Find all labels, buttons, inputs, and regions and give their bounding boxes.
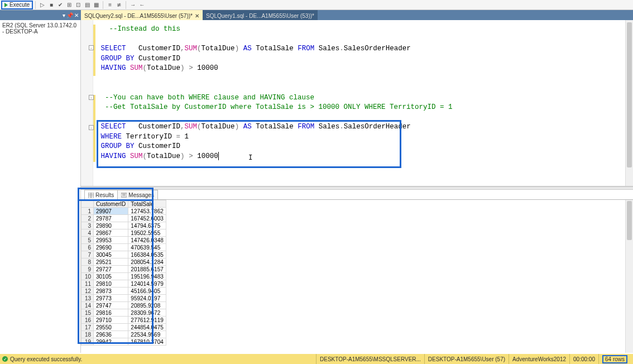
table-row[interactable]: 229787167452.6003 (81, 215, 166, 222)
estimated-plan-icon[interactable]: ⊞ (65, 1, 73, 9)
cell-customerid[interactable]: 29867 (94, 229, 128, 237)
results-scrollbar[interactable] (625, 200, 633, 353)
uncomment-icon[interactable]: ≢ (115, 1, 123, 9)
cell-customerid[interactable]: 29787 (94, 215, 128, 222)
cell-totalsale[interactable]: 28309.9672 (128, 309, 166, 317)
cell-totalsale[interactable]: 167810.3704 (128, 338, 166, 346)
table-row[interactable]: 629690470639.545 (81, 244, 166, 251)
results-grid[interactable]: CustomerIDTotalSale129907127453.78622297… (81, 200, 633, 353)
cell-totalsale[interactable]: 20895.9208 (128, 302, 166, 309)
table-row[interactable]: 1929942167810.3704 (81, 338, 166, 346)
execute-button[interactable]: Execute (1, 1, 33, 9)
stop-icon[interactable]: ■ (47, 1, 55, 9)
table-row[interactable]: 529953147426.0348 (81, 237, 166, 244)
cell-customerid[interactable]: 29690 (94, 244, 128, 251)
table-row[interactable]: 829521208054.1284 (81, 258, 166, 266)
cell-customerid[interactable]: 29810 (94, 280, 128, 288)
cell-totalsale[interactable]: 22534.9569 (128, 331, 166, 338)
cell-customerid[interactable]: 30105 (94, 273, 128, 280)
cell-totalsale[interactable]: 127453.7862 (128, 208, 166, 215)
scroll-thumb[interactable] (627, 201, 632, 240)
cell-customerid[interactable]: 29907 (94, 208, 128, 215)
cell-customerid[interactable]: 29521 (94, 258, 128, 266)
separator (35, 1, 36, 9)
results-grid-icon[interactable]: ▦ (92, 1, 100, 9)
sql-editor[interactable]: - - - --Instead do this SELECT CustomerI… (81, 20, 633, 186)
table-row[interactable]: 142974720895.9208 (81, 302, 166, 309)
collapse-icon[interactable]: - (89, 125, 94, 130)
cell-customerid[interactable]: 29747 (94, 302, 128, 309)
table-row[interactable]: 122987345166.9405 (81, 288, 166, 295)
table-row[interactable]: 1629710277612.9119 (81, 317, 166, 324)
comment-icon[interactable]: ≡ (106, 1, 114, 9)
alias: TotalSale (256, 123, 294, 131)
cell-customerid[interactable]: 29773 (94, 295, 128, 302)
cell-customerid[interactable]: 29942 (94, 338, 128, 346)
cell-totalsale[interactable]: 201885.6157 (128, 266, 166, 273)
kw-select: SELECT (101, 123, 126, 131)
cell-totalsale[interactable]: 277612.9119 (128, 317, 166, 324)
dropdown-icon[interactable]: ▾ (63, 12, 65, 18)
table-row[interactable]: 152981628309.9672 (81, 309, 166, 317)
cell-totalsale[interactable]: 208054.1284 (128, 258, 166, 266)
table-row[interactable]: 182963622534.9569 (81, 331, 166, 338)
cell-customerid[interactable]: 29727 (94, 266, 128, 273)
column-header[interactable]: TotalSale (128, 200, 166, 208)
outdent-icon[interactable]: ← (138, 1, 146, 9)
table-row[interactable]: 32989014794.6375 (81, 222, 166, 229)
tab-sqlquery2[interactable]: SQLQuery2.sql - DE...A1M5655\User (57))*… (81, 10, 203, 20)
table-row[interactable]: 929727201885.6157 (81, 266, 166, 273)
options-icon[interactable]: ⊡ (74, 1, 82, 9)
cell-customerid[interactable]: 29890 (94, 222, 128, 229)
close-icon[interactable]: ✕ (74, 12, 79, 18)
tab-messages[interactable]: Messages (117, 190, 158, 199)
table-row[interactable]: 1030105195196.9483 (81, 273, 166, 280)
status-bar: ✓ Query executed successfully. DESKTOP-A… (0, 354, 633, 364)
cell-totalsale[interactable]: 195196.9483 (128, 273, 166, 280)
column-header[interactable]: CustomerID (94, 200, 128, 208)
server-node[interactable]: ER2 (SQL Server 13.0.1742.0 - DESKTOP-A (2, 22, 78, 35)
cell-totalsale[interactable]: 14794.6375 (128, 222, 166, 229)
cell-customerid[interactable]: 29710 (94, 317, 128, 324)
col: CustomerID (135, 123, 181, 131)
cell-customerid[interactable]: 29873 (94, 288, 128, 295)
rows-highlight: 64 rows (602, 355, 627, 363)
table-row[interactable]: 129907127453.7862 (81, 208, 166, 215)
object-explorer[interactable]: ER2 (SQL Server 13.0.1742.0 - DESKTOP-A (0, 20, 81, 353)
fn-sum: SUM (130, 64, 143, 72)
collapse-icon[interactable]: - (89, 45, 94, 50)
tab-sqlquery1[interactable]: SQLQuery1.sql - DE...A1M5655\User (53))* (203, 10, 318, 20)
cell-totalsale[interactable]: 147426.0348 (128, 237, 166, 244)
cell-totalsale[interactable]: 244854.0475 (128, 324, 166, 331)
parse-icon[interactable]: ✔ (56, 1, 64, 9)
editor-scrollbar[interactable] (625, 20, 633, 186)
cell-totalsale[interactable]: 95924.0197 (128, 295, 166, 302)
cell-customerid[interactable]: 29636 (94, 331, 128, 338)
close-icon[interactable]: ✕ (195, 13, 199, 19)
collapse-icon[interactable]: - (89, 95, 94, 100)
cell-customerid[interactable]: 29816 (94, 309, 128, 317)
cell-totalsale[interactable]: 167452.6003 (128, 215, 166, 222)
debug-icon[interactable]: ▷ (39, 1, 46, 9)
indent-icon[interactable]: → (129, 1, 137, 9)
cell-customerid[interactable]: 29550 (94, 324, 128, 331)
column-header[interactable] (81, 200, 94, 208)
scroll-thumb[interactable] (627, 22, 632, 167)
cell-totalsale[interactable]: 19502.5955 (128, 229, 166, 237)
cell-totalsale[interactable]: 124014.5979 (128, 280, 166, 288)
pin-icon[interactable]: 📌 (66, 12, 73, 18)
results-text-icon[interactable]: ▤ (83, 1, 91, 9)
text-caret-icon: I (248, 154, 253, 162)
table-row[interactable]: 1729550244854.0475 (81, 324, 166, 331)
cell-customerid[interactable]: 29953 (94, 237, 128, 244)
cell-totalsale[interactable]: 45166.9405 (128, 288, 166, 295)
tab-results[interactable]: Results (84, 190, 118, 199)
cell-totalsale[interactable]: 166384.0535 (128, 251, 166, 258)
table-row[interactable]: 730045166384.0535 (81, 251, 166, 258)
table-row[interactable]: 132977395924.0197 (81, 295, 166, 302)
cell-totalsale[interactable]: 470639.545 (128, 244, 166, 251)
col: TotalDue (202, 45, 235, 52)
cell-customerid[interactable]: 30045 (94, 251, 128, 258)
table-row[interactable]: 1129810124014.5979 (81, 280, 166, 288)
table-row[interactable]: 42986719502.5955 (81, 229, 166, 237)
